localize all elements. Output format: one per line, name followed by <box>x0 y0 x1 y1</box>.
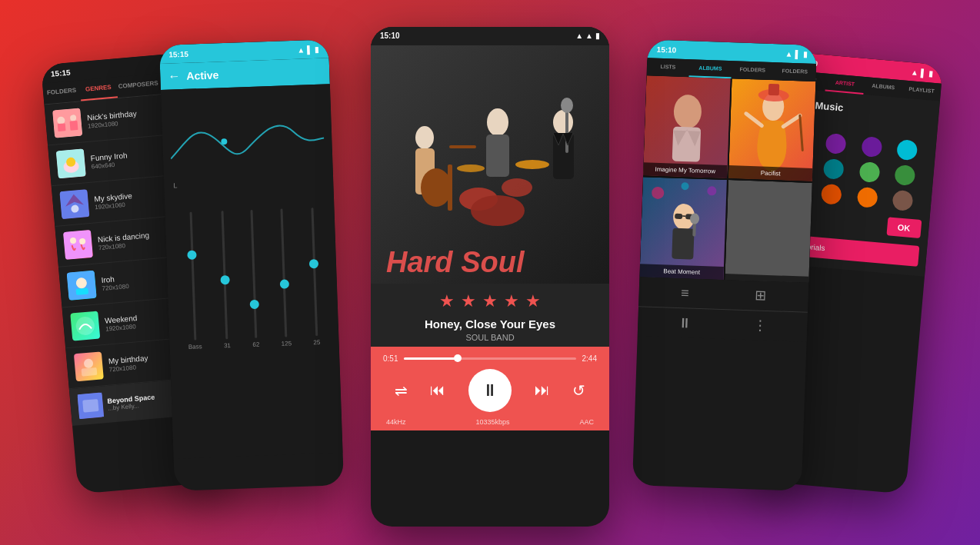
color-orange[interactable] <box>856 186 878 208</box>
svg-rect-30 <box>486 135 509 177</box>
next-button[interactable]: ⏭ <box>535 381 550 399</box>
slider-label-25: 25 <box>313 338 320 345</box>
eq-wave: L <box>168 91 325 189</box>
eq-slider-3[interactable]: 62 <box>248 209 259 347</box>
svg-point-21 <box>221 138 227 145</box>
status-icons-albums: ▲ ▌ ▮ <box>785 49 807 58</box>
tab-folders-a[interactable]: FOLDERS <box>731 61 774 80</box>
time-albums: 15:10 <box>657 45 677 54</box>
star-2[interactable]: ★ <box>461 291 476 311</box>
eq-sliders: Bass 31 62 <box>172 199 332 358</box>
svg-point-32 <box>502 178 532 197</box>
svg-point-34 <box>515 160 549 169</box>
star-3[interactable]: ★ <box>482 291 498 311</box>
svg-point-17 <box>84 358 94 368</box>
more-icon[interactable]: ⋮ <box>753 317 768 334</box>
color-teal2[interactable] <box>822 158 844 179</box>
svg-point-36 <box>553 110 573 135</box>
tab-composers[interactable]: COMPOSERS <box>116 73 161 98</box>
format-row: 44kHz 10335kbps AAC <box>383 418 597 426</box>
thumb-skydive <box>59 189 89 219</box>
svg-rect-18 <box>82 367 98 376</box>
battery-icon: ▮ <box>802 49 807 58</box>
star-4[interactable]: ★ <box>504 291 519 311</box>
tab-folders[interactable]: FOLDERS <box>42 80 81 104</box>
back-arrow-icon[interactable]: ← <box>168 69 181 84</box>
thumb-weekend <box>70 311 100 341</box>
star-5[interactable]: ★ <box>525 291 541 311</box>
color-purple3[interactable] <box>861 135 882 157</box>
time-left: 15:15 <box>50 67 70 77</box>
slider-label-125: 125 <box>282 340 292 347</box>
album-art: Hard Soul <box>371 45 609 284</box>
ok-button[interactable]: OK <box>886 217 922 238</box>
albums-playback-controls: ⏸ ⋮ <box>638 306 808 342</box>
pause-icon[interactable]: ⏸ <box>678 314 692 331</box>
progress-track[interactable] <box>404 357 575 360</box>
time-total: 2:44 <box>582 354 597 363</box>
color-orange-dark[interactable] <box>820 183 842 204</box>
cp-tab-playlist[interactable]: PLAYLIST <box>902 80 942 101</box>
svg-rect-3 <box>58 123 66 131</box>
battery-icon: ▮ <box>315 45 319 53</box>
album-fourth[interactable] <box>725 180 812 283</box>
album-beat[interactable]: Beat Moment <box>639 177 726 280</box>
phone-center: 15:10 ▲ ▲ ▮ <box>371 27 609 527</box>
eq-slider-5[interactable]: 25 <box>308 208 320 346</box>
status-bar-center: 15:10 ▲ ▲ ▮ <box>371 27 609 45</box>
color-purple2[interactable] <box>825 132 846 154</box>
albums-grid: Imagine My Tomorrow <box>639 75 815 283</box>
repeat-button[interactable]: ↺ <box>572 381 585 400</box>
wifi-icon: ▲ <box>911 67 919 76</box>
cp-tab-albums[interactable]: ALBUMS <box>863 76 903 97</box>
star-1[interactable]: ★ <box>439 291 455 311</box>
album-imagine[interactable]: Imagine My Tomorrow <box>643 75 730 178</box>
eq-title: Active <box>186 68 219 81</box>
shuffle-button[interactable]: ⇌ <box>395 381 408 400</box>
tab-lists[interactable]: LISTS <box>647 58 690 77</box>
tab-folders-b[interactable]: FOLDERS <box>773 62 816 81</box>
svg-rect-61 <box>672 228 694 259</box>
color-cyan[interactable] <box>896 139 918 161</box>
svg-rect-28 <box>449 145 476 148</box>
slider-label-bass: Bass <box>188 343 202 351</box>
svg-rect-38 <box>565 107 568 153</box>
color-brown[interactable] <box>892 189 914 211</box>
controls-area: 0:51 2:44 ⇌ ⏮ ⏸ ⏭ ↺ 44kHz <box>371 347 609 430</box>
song-artist: SOUL BAND <box>383 333 597 342</box>
progress-fill <box>404 357 457 360</box>
thumb-funny <box>56 148 86 178</box>
eq-slider-2[interactable]: 31 <box>219 211 231 349</box>
svg-rect-0 <box>52 108 82 138</box>
eq-slider-1[interactable]: Bass <box>184 211 202 351</box>
svg-rect-4 <box>69 120 78 130</box>
cp-tab-artist2[interactable]: ARTIST <box>825 73 865 94</box>
list-view-icon[interactable]: ≡ <box>681 284 689 301</box>
song-title: Honey, Close Your Eyes <box>383 317 597 331</box>
color-green1[interactable] <box>858 161 880 182</box>
album-label-beat: Beat Moment <box>639 264 724 280</box>
eq-label-l: L <box>172 181 177 189</box>
play-pause-button[interactable]: ⏸ <box>468 369 512 412</box>
thumb-iroh <box>67 270 97 300</box>
thumb-birthday <box>52 108 82 138</box>
status-icons-eq: ▲ ▌ ▮ <box>297 45 319 54</box>
phone-albums: 15:10 ▲ ▌ ▮ LISTS ALBUMS FOLDERS FOLDERS <box>632 39 817 490</box>
grid-view-icon[interactable]: ⊞ <box>755 287 767 304</box>
tab-genres[interactable]: GENRES <box>79 77 118 101</box>
stars-row: ★ ★ ★ ★ ★ <box>383 291 597 311</box>
album-pacifist[interactable]: Pacifist <box>728 78 815 181</box>
tab-albums[interactable]: ALBUMS <box>689 59 732 78</box>
signal-icon: ▌ <box>307 45 312 53</box>
color-green2[interactable] <box>895 164 916 185</box>
prev-button[interactable]: ⏮ <box>430 381 445 399</box>
wifi-icon: ▲ <box>785 49 792 58</box>
slider-label-31: 31 <box>224 342 231 349</box>
player-thumb <box>78 392 105 419</box>
song-info-section: ★ ★ ★ ★ ★ Honey, Close Your Eyes SOUL BA… <box>371 284 609 347</box>
progress-row: 0:51 2:44 <box>383 354 597 363</box>
svg-rect-10 <box>63 229 93 259</box>
svg-point-16 <box>75 316 95 336</box>
progress-thumb <box>454 354 462 362</box>
eq-slider-4[interactable]: 125 <box>277 208 292 347</box>
